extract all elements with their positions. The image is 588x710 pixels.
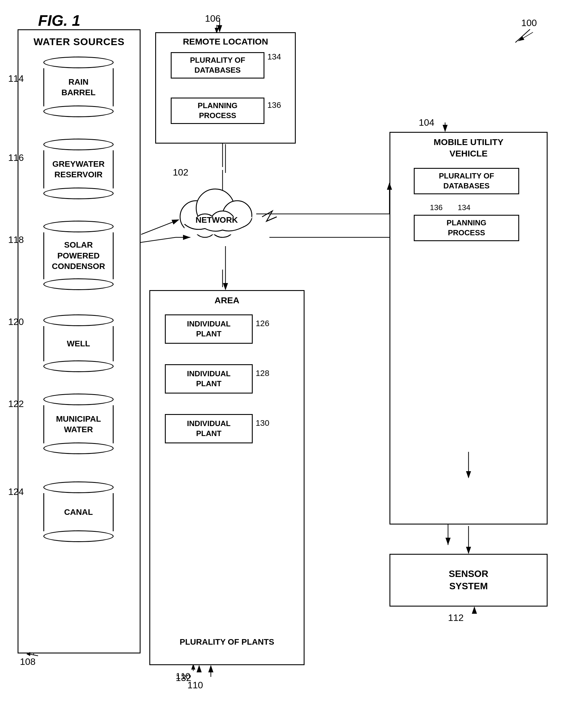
canal-cylinder: CANAL bbox=[43, 481, 114, 542]
muv-databases-box: PLURALITY OFDATABASES bbox=[414, 168, 519, 194]
area-title: AREA bbox=[150, 295, 304, 305]
ref-106: 106 bbox=[205, 13, 220, 24]
ref-128: 128 bbox=[255, 369, 269, 378]
sensor-system-box: SENSORSYSTEM bbox=[389, 554, 547, 607]
ref-104: 104 bbox=[419, 117, 434, 128]
ref-136-muv: 136 bbox=[430, 203, 442, 212]
svg-line-2 bbox=[518, 32, 533, 41]
ref-118: 118 bbox=[8, 234, 24, 245]
ref-134-remote: 134 bbox=[267, 52, 281, 62]
ref-112: 112 bbox=[448, 612, 464, 623]
ref-116: 116 bbox=[8, 152, 24, 163]
solar-powered-condensor-cylinder: SOLARPOWEREDCONDENSOR bbox=[43, 221, 114, 290]
rain-barrel-cylinder: RAINBARREL bbox=[43, 56, 114, 117]
individual-plant-3: INDIVIDUALPLANT bbox=[165, 414, 253, 443]
network-cloud: NETWORK bbox=[173, 170, 261, 252]
muv-planning-box: PLANNINGPROCESS bbox=[414, 215, 519, 241]
ref-136-remote: 136 bbox=[267, 100, 281, 110]
svg-line-33 bbox=[29, 654, 38, 656]
muv-title: MOBILE UTILITYVEHICLE bbox=[390, 136, 547, 159]
ref-122: 122 bbox=[8, 399, 24, 409]
remote-databases-box: PLURALITY OFDATABASES bbox=[171, 52, 264, 78]
water-sources-title: WATER SOURCES bbox=[19, 36, 140, 47]
individual-plant-1: INDIVIDUALPLANT bbox=[165, 314, 253, 344]
well-cylinder: WELL bbox=[43, 314, 114, 372]
ref-124: 124 bbox=[8, 487, 24, 497]
water-sources-box: WATER SOURCES RAINBARREL GREYWATERRESERV… bbox=[18, 29, 141, 654]
ref-130: 130 bbox=[255, 419, 269, 428]
ref-114: 114 bbox=[8, 73, 24, 84]
fig-title: FIG. 1 bbox=[38, 12, 80, 29]
plurality-of-plants-label: PLURALITY OF PLANTS bbox=[150, 637, 304, 647]
svg-text:NETWORK: NETWORK bbox=[196, 215, 238, 224]
svg-line-11 bbox=[135, 237, 176, 243]
municipal-water-cylinder: MUNICIPALWATER bbox=[43, 394, 114, 454]
remote-location-title: REMOTE LOCATION bbox=[156, 37, 295, 47]
remote-location-box: REMOTE LOCATION PLURALITY OFDATABASES 13… bbox=[155, 32, 296, 144]
greywater-reservoir-cylinder: GREYWATERRESERVOIR bbox=[43, 139, 114, 199]
area-box: AREA INDIVIDUALPLANT 126 INDIVIDUALPLANT… bbox=[149, 290, 304, 665]
ref-100: 100 bbox=[521, 18, 537, 28]
ref-134-muv: 134 bbox=[458, 203, 470, 212]
svg-line-37 bbox=[515, 29, 530, 43]
mobile-utility-vehicle-box: MOBILE UTILITYVEHICLE PLURALITY OFDATABA… bbox=[389, 132, 547, 524]
ref-108: 108 bbox=[20, 656, 35, 667]
individual-plant-2: INDIVIDUALPLANT bbox=[165, 364, 253, 394]
ref-120: 120 bbox=[8, 316, 24, 327]
ref-110: 110 bbox=[176, 671, 190, 681]
ref-126: 126 bbox=[255, 319, 269, 328]
ref-110-label: 110 bbox=[188, 680, 203, 691]
remote-planning-box: PLANNINGPROCESS bbox=[171, 98, 264, 124]
